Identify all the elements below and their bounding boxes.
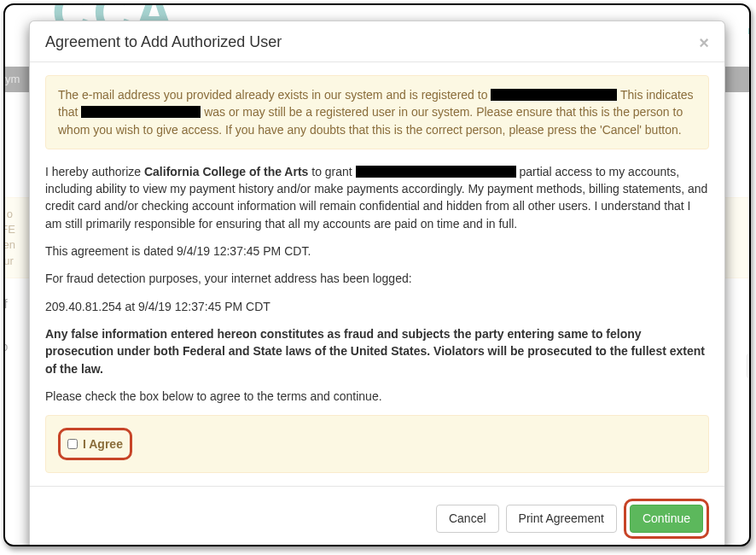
please-check-instruction: Please check the box below to agree to t…	[45, 388, 709, 405]
fraud-intro-line: For fraud detection purposes, your inter…	[45, 270, 709, 287]
screenshot-frame: CCA ns: A ym ri Us e o (FE sen our ts ar…	[3, 3, 751, 546]
redacted-name-1	[81, 106, 201, 118]
existing-email-alert: The e-mail address you provided already …	[45, 75, 709, 149]
continue-highlight: Continue	[624, 499, 709, 539]
alert-text-prefix: The e-mail address you provided already …	[58, 88, 491, 102]
institution-name: California College of the Arts	[144, 165, 308, 178]
redacted-email	[491, 89, 617, 101]
agree-panel: I Agree	[45, 415, 709, 473]
cancel-button[interactable]: Cancel	[436, 505, 499, 533]
redacted-name-2	[356, 166, 516, 178]
modal-body: The e-mail address you provided already …	[30, 62, 724, 486]
ip-address-line: 209.40.81.254 at 9/4/19 12:37:45 PM CDT	[45, 298, 709, 315]
agreement-modal: Agreement to Add Authorized User × The e…	[29, 20, 725, 546]
close-icon[interactable]: ×	[699, 34, 709, 51]
modal-title: Agreement to Add Authorized User	[45, 33, 282, 51]
continue-button[interactable]: Continue	[630, 505, 703, 533]
print-agreement-button[interactable]: Print Agreement	[506, 505, 617, 533]
authorization-paragraph: I hereby authorize California College of…	[45, 163, 709, 232]
agree-highlight: I Agree	[58, 428, 132, 460]
modal-header: Agreement to Add Authorized User ×	[30, 21, 724, 62]
agree-checkbox[interactable]	[67, 439, 78, 449]
modal-footer: Cancel Print Agreement Continue	[30, 486, 724, 546]
agree-label[interactable]: I Agree	[83, 435, 123, 453]
agreement-date-line: This agreement is dated 9/4/19 12:37:45 …	[45, 242, 709, 260]
legal-warning: Any false information entered hereon con…	[45, 325, 709, 377]
